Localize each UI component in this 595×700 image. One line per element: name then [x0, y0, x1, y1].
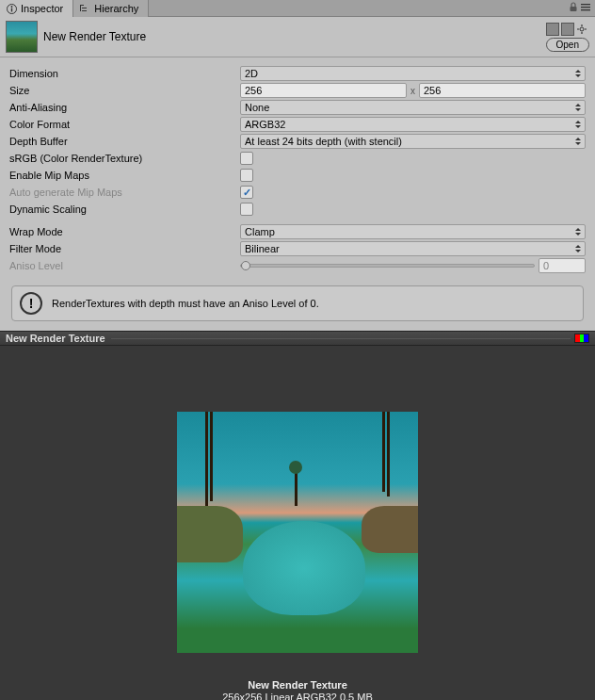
- dynamicscaling-checkbox[interactable]: [240, 203, 253, 216]
- dynamicscaling-label: Dynamic Scaling: [9, 203, 240, 215]
- aniso-slider: [240, 264, 535, 268]
- svg-point-1: [10, 6, 12, 8]
- preview-caption-name: New Render Texture: [222, 679, 373, 691]
- automip-label: Auto generate Mip Maps: [9, 187, 240, 198]
- asset-header: New Render Texture Open: [0, 17, 595, 57]
- svg-rect-2: [10, 8, 11, 11]
- preview-caption: New Render Texture 256x256 Linear ARGB32…: [222, 679, 373, 700]
- preview-header[interactable]: New Render Texture: [0, 331, 595, 346]
- svg-rect-8: [581, 4, 590, 5]
- info-icon: [6, 3, 17, 14]
- colorformat-label: Color Format: [9, 119, 240, 130]
- automip-checkbox: [240, 186, 253, 199]
- lock-icon[interactable]: [569, 2, 578, 14]
- tab-inspector-label: Inspector: [21, 3, 63, 14]
- svg-rect-6: [80, 5, 81, 11]
- antialiasing-label: Anti-Aliasing: [9, 102, 240, 113]
- hierarchy-icon: [79, 3, 90, 14]
- rgb-channels-icon[interactable]: [574, 334, 589, 343]
- enablemip-checkbox[interactable]: [240, 169, 253, 182]
- svg-rect-5: [82, 10, 87, 11]
- aniso-slider-thumb: [241, 261, 250, 270]
- size-x-label: x: [410, 86, 415, 96]
- tab-options-icon[interactable]: [580, 2, 591, 14]
- tab-bar: Inspector Hierarchy: [0, 0, 595, 17]
- svg-rect-10: [581, 9, 590, 10]
- preview-title: New Render Texture: [6, 333, 105, 344]
- tab-hierarchy[interactable]: Hierarchy: [73, 0, 149, 17]
- info-box: ! RenderTextures with depth must have an…: [11, 285, 584, 321]
- svg-point-11: [580, 27, 584, 31]
- depthbuffer-dropdown[interactable]: At least 24 bits depth (with stencil): [240, 134, 586, 149]
- wrapmode-dropdown[interactable]: Clamp: [240, 224, 586, 239]
- svg-rect-7: [571, 7, 577, 11]
- asset-thumbnail[interactable]: [6, 21, 38, 53]
- wrapmode-label: Wrap Mode: [9, 226, 240, 237]
- antialiasing-dropdown[interactable]: None: [240, 100, 586, 115]
- depthbuffer-label: Depth Buffer: [9, 136, 240, 147]
- srgb-checkbox[interactable]: [240, 152, 253, 165]
- svg-rect-9: [581, 7, 590, 8]
- open-button[interactable]: Open: [546, 38, 589, 52]
- header-icon-2[interactable]: [561, 23, 574, 36]
- svg-rect-4: [82, 8, 87, 8]
- properties-panel: Dimension 2D Size x Anti-Aliasing None C…: [0, 57, 595, 278]
- filtermode-dropdown[interactable]: Bilinear: [240, 241, 586, 256]
- filtermode-label: Filter Mode: [9, 243, 240, 254]
- dimension-label: Dimension: [9, 68, 240, 79]
- size-height-input[interactable]: [419, 83, 586, 98]
- size-width-input[interactable]: [240, 83, 407, 98]
- tab-hierarchy-label: Hierarchy: [94, 3, 138, 14]
- header-icon-1[interactable]: [546, 23, 559, 36]
- header-icon-gear[interactable]: [576, 23, 589, 36]
- asset-title: New Render Texture: [43, 30, 540, 43]
- tab-menu: [569, 0, 595, 16]
- srgb-label: sRGB (Color RenderTexture): [9, 153, 240, 164]
- aniso-value-input: [539, 258, 586, 273]
- info-text: RenderTextures with depth must have an A…: [52, 298, 319, 309]
- info-exclaim-icon: !: [20, 292, 42, 315]
- size-label: Size: [9, 85, 240, 96]
- colorformat-dropdown[interactable]: ARGB32: [240, 117, 586, 132]
- tab-inspector[interactable]: Inspector: [0, 0, 73, 17]
- preview-image: [177, 412, 418, 653]
- aniso-label: Aniso Level: [9, 260, 240, 271]
- preview-caption-details: 256x256 Linear ARGB32 0.5 MB: [222, 692, 373, 700]
- preview-body: New Render Texture 256x256 Linear ARGB32…: [0, 346, 595, 700]
- enablemip-label: Enable Mip Maps: [9, 170, 240, 181]
- dimension-dropdown[interactable]: 2D: [240, 66, 586, 81]
- preview-section: New Render Texture New Render Texture 25…: [0, 331, 595, 700]
